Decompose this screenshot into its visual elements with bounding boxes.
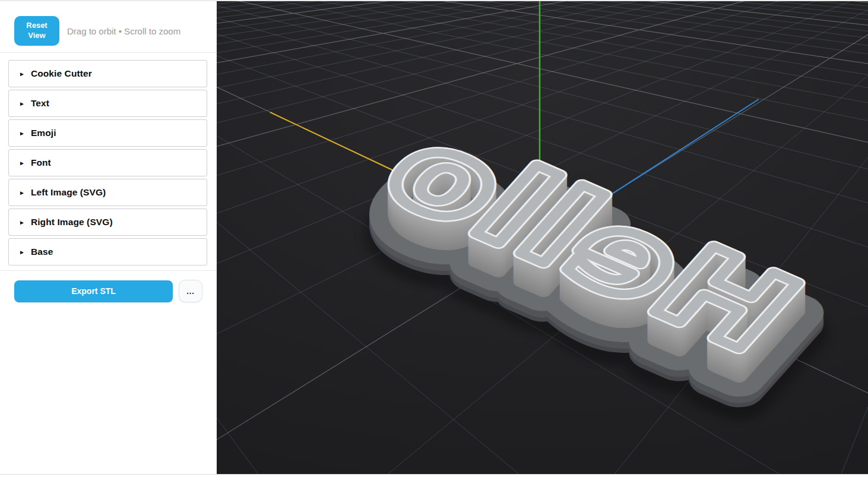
main-row: Reset View Drag to orbit • Scroll to zoo…	[0, 1, 868, 474]
viewport-3d-canvas[interactable]: HelloHelloHelloHelloHelloHelloHelloHello…	[217, 1, 868, 474]
accordion-sections: ► Cookie Cutter ► Text ► Emoji ► Font ►	[0, 60, 217, 266]
reset-view-button[interactable]: Reset View	[14, 16, 59, 46]
section-left-image-svg[interactable]: ► Left Image (SVG)	[8, 179, 207, 206]
header-divider	[0, 52, 217, 53]
page-bottom-strip	[0, 474, 868, 477]
expand-arrow-icon: ►	[19, 129, 25, 136]
model-cookie-cutter: HelloHelloHelloHelloHelloHelloHelloHello…	[356, 106, 825, 425]
export-stl-button[interactable]: Export STL	[14, 280, 173, 302]
viewport-controls-header: Reset View Drag to orbit • Scroll to zoo…	[0, 1, 217, 46]
section-label: Text	[31, 98, 49, 109]
expand-arrow-icon: ►	[19, 100, 25, 106]
section-label: Cookie Cutter	[31, 68, 92, 79]
expand-arrow-icon: ►	[19, 219, 25, 225]
expand-arrow-icon: ►	[19, 189, 25, 195]
section-cookie-cutter[interactable]: ► Cookie Cutter	[8, 60, 207, 87]
section-right-image-svg[interactable]: ► Right Image (SVG)	[8, 209, 207, 236]
sidebar: Reset View Drag to orbit • Scroll to zoo…	[0, 1, 217, 474]
expand-arrow-icon: ►	[19, 248, 25, 255]
expand-arrow-icon: ►	[19, 159, 25, 166]
more-options-button[interactable]: …	[179, 280, 202, 302]
expand-arrow-icon: ►	[19, 70, 25, 77]
app-window: Reset View Drag to orbit • Scroll to zoo…	[0, 1, 868, 477]
orbit-zoom-hint: Drag to orbit • Scroll to zoom	[67, 26, 180, 36]
section-label: Base	[31, 247, 53, 257]
section-base[interactable]: ► Base	[8, 238, 207, 266]
section-font[interactable]: ► Font	[8, 149, 207, 176]
viewport-3d[interactable]: HelloHelloHelloHelloHelloHelloHelloHello…	[217, 1, 868, 474]
export-row: Export STL …	[0, 271, 217, 302]
section-text[interactable]: ► Text	[8, 90, 207, 117]
x-axis-line	[270, 112, 400, 173]
section-label: Font	[31, 157, 51, 168]
section-label: Left Image (SVG)	[31, 187, 106, 198]
section-emoji[interactable]: ► Emoji	[8, 119, 207, 147]
section-label: Right Image (SVG)	[31, 217, 113, 228]
section-label: Emoji	[31, 128, 56, 138]
